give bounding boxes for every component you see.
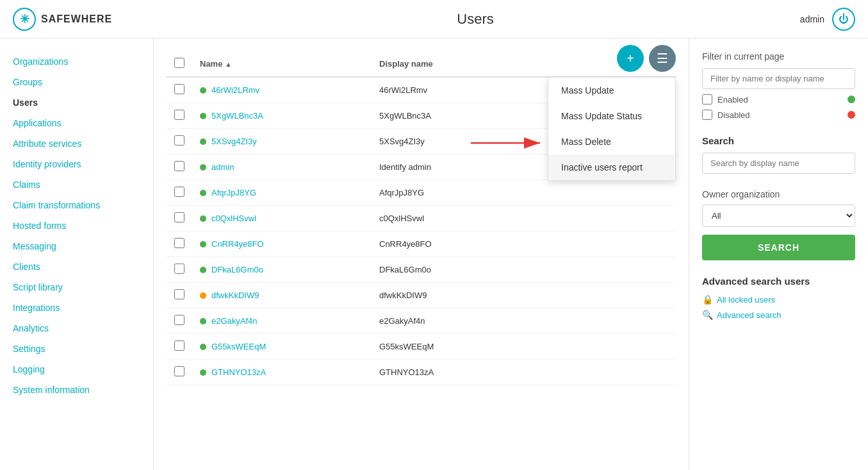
arrow-indicator bbox=[471, 133, 548, 155]
menu-item-mass-update-status[interactable]: Mass Update Status bbox=[548, 103, 675, 129]
owner-select[interactable]: All bbox=[702, 205, 855, 227]
power-button[interactable]: ⏻ bbox=[832, 8, 855, 31]
disabled-label[interactable]: Disabled bbox=[702, 110, 750, 120]
row-display-cell: G55ksWEEqM bbox=[372, 334, 676, 360]
table-row: c0QxlHSvwl c0QxlHSvwl bbox=[167, 206, 676, 231]
filter-input[interactable] bbox=[702, 68, 855, 89]
disabled-indicator bbox=[848, 111, 855, 119]
user-name-link[interactable]: 46rWi2LRmv bbox=[211, 85, 259, 95]
row-display-cell: e2GakyAf4n bbox=[372, 308, 676, 334]
user-name-link[interactable]: CnRR4ye8FO bbox=[211, 239, 264, 249]
sidebar-item-logging[interactable]: Logging bbox=[0, 359, 153, 380]
row-checkbox[interactable] bbox=[174, 340, 184, 351]
admin-label: admin bbox=[800, 14, 824, 24]
row-name-cell: c0QxlHSvwl bbox=[192, 206, 372, 231]
search-section: Search bbox=[702, 135, 855, 174]
row-checkbox[interactable] bbox=[174, 110, 184, 120]
row-display-cell: DFkaL6Gm0o bbox=[372, 257, 676, 283]
status-dot bbox=[200, 215, 206, 222]
row-checkbox-cell bbox=[167, 308, 192, 334]
user-name-link[interactable]: GTHNYO13zA bbox=[211, 367, 266, 377]
sidebar-item-integrations[interactable]: Integrations bbox=[0, 298, 153, 318]
row-name-cell: G55ksWEEqM bbox=[192, 334, 372, 360]
row-name-cell: dfwkKkDIW9 bbox=[192, 283, 372, 308]
status-dot bbox=[200, 190, 206, 196]
sidebar-item-claims[interactable]: Claims bbox=[0, 174, 153, 195]
sidebar-item-clients[interactable]: Clients bbox=[0, 256, 153, 277]
table-row: e2GakyAf4n e2GakyAf4n bbox=[167, 308, 676, 334]
row-name-cell: GTHNYO13zA bbox=[192, 360, 372, 385]
row-checkbox[interactable] bbox=[174, 187, 184, 197]
row-name-cell: DFkaL6Gm0o bbox=[192, 257, 372, 283]
sidebar-item-users[interactable]: Users bbox=[0, 92, 153, 113]
user-name-link[interactable]: 5XSvg4ZI3y bbox=[211, 137, 257, 146]
row-display-cell: AfqrJpJ8YG bbox=[372, 180, 676, 206]
sidebar-item-organizations[interactable]: Organizations bbox=[0, 51, 153, 72]
menu-item-inactive-users-report[interactable]: Inactive users report bbox=[548, 155, 675, 180]
status-dot bbox=[200, 138, 206, 145]
status-dot bbox=[200, 113, 206, 119]
table-row: dfwkKkDIW9 dfwkKkDIW9 bbox=[167, 283, 676, 308]
filter-section-title: Filter in current page bbox=[702, 51, 855, 62]
table-area: + ☰ Mass UpdateMass Update StatusMass De… bbox=[154, 38, 689, 470]
menu-item-mass-delete[interactable]: Mass Delete bbox=[548, 129, 675, 155]
menu-item-mass-update[interactable]: Mass Update bbox=[548, 78, 675, 103]
sidebar-item-messaging[interactable]: Messaging bbox=[0, 236, 153, 256]
row-checkbox[interactable] bbox=[174, 315, 184, 325]
sidebar-item-script-library[interactable]: Script library bbox=[0, 277, 153, 298]
add-user-button[interactable]: + bbox=[617, 45, 644, 72]
row-checkbox[interactable] bbox=[174, 161, 184, 171]
select-all-checkbox[interactable] bbox=[174, 58, 184, 68]
logo-text: SAFEWHERE bbox=[41, 13, 112, 25]
enabled-label[interactable]: Enabled bbox=[702, 94, 748, 105]
user-name-link[interactable]: 5XgWLBnc3A bbox=[211, 111, 263, 121]
owner-section: Owner organization All SEARCH bbox=[702, 189, 855, 260]
row-checkbox-cell bbox=[167, 283, 192, 308]
user-name-link[interactable]: e2GakyAf4n bbox=[211, 316, 258, 326]
name-col-header[interactable]: Name ▲ bbox=[192, 51, 372, 77]
row-checkbox-cell bbox=[167, 77, 192, 103]
advanced-search-link[interactable]: 🔍 Advanced search bbox=[702, 310, 855, 320]
sidebar-item-system-information[interactable]: System information bbox=[0, 380, 153, 400]
row-checkbox[interactable] bbox=[174, 135, 184, 146]
page-title: Users bbox=[457, 11, 493, 28]
table-row: DFkaL6Gm0o DFkaL6Gm0o bbox=[167, 257, 676, 283]
sidebar-item-hosted-forms[interactable]: Hosted forms bbox=[0, 215, 153, 236]
enabled-checkbox[interactable] bbox=[702, 94, 712, 105]
user-name-link[interactable]: c0QxlHSvwl bbox=[211, 214, 256, 223]
search-input[interactable] bbox=[702, 153, 855, 174]
sidebar-item-analytics[interactable]: Analytics bbox=[0, 318, 153, 339]
lock-icon: 🔒 bbox=[702, 294, 713, 305]
dropdown-menu: Mass UpdateMass Update StatusMass Delete… bbox=[548, 77, 676, 181]
row-checkbox[interactable] bbox=[174, 264, 184, 274]
user-name-link[interactable]: DFkaL6Gm0o bbox=[211, 265, 263, 274]
row-checkbox[interactable] bbox=[174, 289, 184, 299]
sidebar-item-groups[interactable]: Groups bbox=[0, 72, 153, 92]
sidebar: OrganizationsGroupsUsersApplicationsAttr… bbox=[0, 38, 154, 470]
sidebar-item-attribute-services[interactable]: Attribute services bbox=[0, 133, 153, 154]
user-name-link[interactable]: AfqrJpJ8YG bbox=[211, 188, 256, 197]
user-name-link[interactable]: dfwkKkDIW9 bbox=[211, 290, 259, 300]
user-name-link[interactable]: G55ksWEEqM bbox=[211, 342, 266, 351]
row-checkbox[interactable] bbox=[174, 366, 184, 376]
sidebar-item-claim-transformations[interactable]: Claim transformations bbox=[0, 195, 153, 215]
search-section-title: Search bbox=[702, 135, 855, 146]
user-name-link[interactable]: admin bbox=[211, 162, 234, 172]
status-dot bbox=[200, 164, 206, 171]
row-checkbox-cell bbox=[167, 155, 192, 180]
search-button[interactable]: SEARCH bbox=[702, 235, 855, 260]
action-buttons: + ☰ bbox=[617, 45, 676, 72]
locked-users-link[interactable]: 🔒 All locked users bbox=[702, 294, 855, 305]
disabled-checkbox[interactable] bbox=[702, 110, 712, 120]
sidebar-item-identity-providers[interactable]: Identity providers bbox=[0, 154, 153, 174]
row-name-cell: admin bbox=[192, 155, 372, 180]
row-name-cell: AfqrJpJ8YG bbox=[192, 180, 372, 206]
header-right: admin ⏻ bbox=[800, 8, 855, 31]
status-dot bbox=[200, 267, 206, 273]
sidebar-item-settings[interactable]: Settings bbox=[0, 339, 153, 359]
sidebar-item-applications[interactable]: Applications bbox=[0, 113, 153, 133]
row-checkbox[interactable] bbox=[174, 238, 184, 248]
row-checkbox[interactable] bbox=[174, 212, 184, 222]
row-checkbox[interactable] bbox=[174, 84, 184, 94]
menu-button[interactable]: ☰ bbox=[649, 45, 676, 72]
